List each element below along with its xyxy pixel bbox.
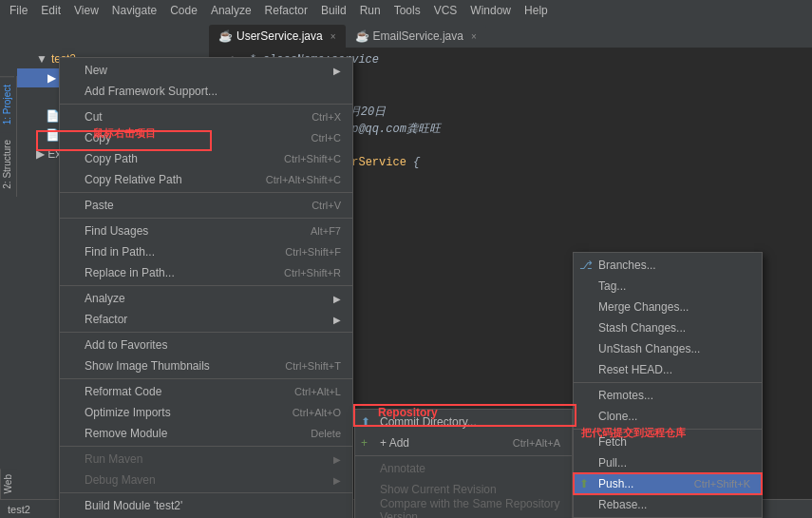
vtab-project[interactable]: 1: Project — [0, 76, 14, 132]
menu-item-refactor[interactable]: Refactor — [259, 2, 313, 19]
ctx-replace-in-path-label: Replace in Path... — [85, 266, 265, 279]
repo-remotes[interactable]: Remotes... — [574, 385, 762, 406]
repo-rebase-label: Rebase... — [598, 498, 750, 511]
menu-item-tools[interactable]: Tools — [388, 2, 426, 19]
repo-clone[interactable]: Clone... — [574, 406, 762, 427]
tab-emailservice[interactable]: ☕ EmailService.java × — [346, 25, 486, 48]
repo-branches[interactable]: ⎇ Branches... — [574, 255, 762, 276]
menu-item-analyze[interactable]: Analyze — [205, 2, 257, 19]
ctx-sep-5 — [60, 332, 352, 333]
git-add[interactable]: + + Add Ctrl+Alt+A — [355, 432, 572, 453]
ctx-sep-7 — [60, 446, 352, 447]
repo-submenu: ⎇ Branches... Tag... Merge Changes... St… — [573, 252, 763, 518]
ctx-paste-shortcut: Ctrl+V — [312, 200, 341, 211]
ctx-add-favorites[interactable]: Add to Favorites — [60, 335, 352, 355]
repo-remotes-label: Remotes... — [598, 389, 750, 402]
ctx-remove-module-shortcut: Delete — [311, 428, 341, 439]
ctx-copy-label: Copy — [85, 131, 293, 144]
ctx-refactor[interactable]: Refactor ▶ — [60, 309, 352, 330]
menu-item-code[interactable]: Code — [164, 2, 203, 19]
git-submenu: ⬆ Commit Directory... + + Add Ctrl+Alt+A… — [354, 409, 573, 518]
ctx-optimize-imports[interactable]: Optimize Imports Ctrl+Alt+O — [60, 402, 352, 423]
ctx-build-module[interactable]: Build Module 'test2' — [60, 495, 352, 516]
ctx-remove-module-label: Remove Module — [85, 427, 292, 440]
repo-rebase[interactable]: Rebase... — [574, 494, 762, 515]
ctx-debug-maven-label: Debug Maven — [85, 473, 330, 487]
ctx-copy-relative-path[interactable]: Copy Relative Path Ctrl+Alt+Shift+C — [60, 169, 352, 190]
vtab-structure[interactable]: 2: Structure — [0, 132, 14, 197]
git-commit-dir[interactable]: ⬆ Commit Directory... — [355, 412, 572, 432]
tab-close-userservice[interactable]: × — [330, 31, 336, 42]
ctx-framework[interactable]: Add Framework Support... — [60, 81, 352, 102]
tab-userservice[interactable]: ☕ UserService.java × — [209, 25, 346, 48]
ctx-copy-path-label: Copy Path — [85, 152, 265, 165]
git-add-label: + Add — [380, 436, 494, 450]
ctx-paste[interactable]: Paste Ctrl+V — [60, 195, 352, 216]
repo-unstash[interactable]: UnStash Changes... — [574, 338, 762, 359]
ctx-copy-path[interactable]: Copy Path Ctrl+Shift+C — [60, 148, 352, 169]
ctx-show-thumbnails-shortcut: Ctrl+Shift+T — [285, 360, 341, 372]
menu-item-build[interactable]: Build — [315, 2, 352, 19]
ctx-paste-label: Paste — [85, 199, 293, 212]
context-menu: New ▶ Add Framework Support... Cut Ctrl+… — [59, 57, 353, 518]
repo-unstash-label: UnStash Changes... — [598, 342, 750, 355]
ctx-find-in-path-shortcut: Ctrl+Shift+F — [285, 246, 341, 258]
ctx-debug-maven-arrow: ▶ — [333, 475, 341, 486]
ctx-cut-shortcut: Ctrl+X — [312, 111, 341, 123]
repo-pull-label: Pull... — [598, 456, 750, 470]
repo-merge[interactable]: Merge Changes... — [574, 297, 762, 317]
repo-push-label: Push... — [598, 477, 675, 490]
repo-reset-head-label: Reset HEAD... — [598, 363, 750, 376]
ctx-reformat[interactable]: Reformat Code Ctrl+Alt+L — [60, 381, 352, 402]
ctx-cut-label: Cut — [85, 110, 293, 124]
ctx-reformat-label: Reformat Code — [85, 385, 275, 398]
tab-close-emailservice[interactable]: × — [471, 31, 477, 42]
menu-item-run[interactable]: Run — [354, 2, 387, 19]
menu-item-view[interactable]: View — [68, 2, 104, 19]
ctx-new-arrow: ▶ — [333, 66, 341, 76]
git-compare-repo-label: Compare with the Same Repository Version — [380, 497, 560, 518]
ctx-new[interactable]: New ▶ — [60, 60, 352, 81]
repo-stash[interactable]: Stash Changes... — [574, 317, 762, 338]
ctx-cut[interactable]: Cut Ctrl+X — [60, 106, 352, 127]
menu-item-window[interactable]: Window — [464, 2, 517, 19]
repo-tag[interactable]: Tag... — [574, 276, 762, 297]
menu-item-help[interactable]: Help — [519, 2, 554, 19]
ctx-run-maven: Run Maven ▶ — [60, 449, 352, 470]
repo-reset-head[interactable]: Reset HEAD... — [574, 359, 762, 380]
ctx-sep-1 — [60, 104, 352, 105]
tab-icon-emailservice: ☕ — [355, 29, 369, 43]
menu-item-file[interactable]: File — [4, 2, 33, 19]
ctx-replace-in-path[interactable]: Replace in Path... Ctrl+Shift+R — [60, 262, 352, 283]
vtab-web[interactable]: Web — [0, 469, 17, 499]
ctx-run-maven-label: Run Maven — [85, 452, 330, 466]
ctx-copy-relative-path-label: Copy Relative Path — [85, 173, 247, 186]
ctx-sep-3 — [60, 218, 352, 219]
ctx-analyze[interactable]: Analyze ▶ — [60, 288, 352, 309]
repo-fetch-label: Fetch — [598, 435, 750, 449]
menu-item-vcs[interactable]: VCS — [428, 2, 463, 19]
repo-push[interactable]: ⬆ Push... Ctrl+Shift+K — [574, 473, 762, 494]
ctx-run-maven-arrow: ▶ — [333, 454, 341, 465]
menu-item-edit[interactable]: Edit — [35, 2, 66, 19]
ctx-copy[interactable]: Copy Ctrl+C — [60, 127, 352, 148]
repo-branches-label: Branches... — [598, 259, 750, 272]
ctx-find-in-path[interactable]: Find in Path... Ctrl+Shift+F — [60, 241, 352, 262]
repo-sep-2 — [574, 429, 762, 430]
ctx-copy-relative-path-shortcut: Ctrl+Alt+Shift+C — [266, 174, 341, 185]
menu-item-navigate[interactable]: Navigate — [106, 2, 162, 19]
ctx-show-thumbnails[interactable]: Show Image Thumbnails Ctrl+Shift+T — [60, 355, 352, 376]
git-add-shortcut: Ctrl+Alt+A — [513, 437, 560, 449]
ctx-find-usages[interactable]: Find Usages Alt+F7 — [60, 221, 352, 241]
repo-fetch[interactable]: Fetch — [574, 432, 762, 452]
ctx-remove-module[interactable]: Remove Module Delete — [60, 423, 352, 444]
git-sep-1 — [355, 455, 572, 456]
ctx-sep-6 — [60, 378, 352, 379]
git-compare-repo: Compare with the Same Repository Version — [355, 500, 572, 518]
menu-bar: File Edit View Navigate Code Analyze Ref… — [0, 0, 812, 21]
tab-label-emailservice: EmailService.java — [373, 29, 463, 43]
ctx-copy-path-shortcut: Ctrl+Shift+C — [284, 153, 341, 164]
repo-pull[interactable]: Pull... — [574, 452, 762, 473]
status-text: test2 — [8, 504, 30, 515]
ctx-refactor-label: Refactor — [85, 313, 330, 326]
